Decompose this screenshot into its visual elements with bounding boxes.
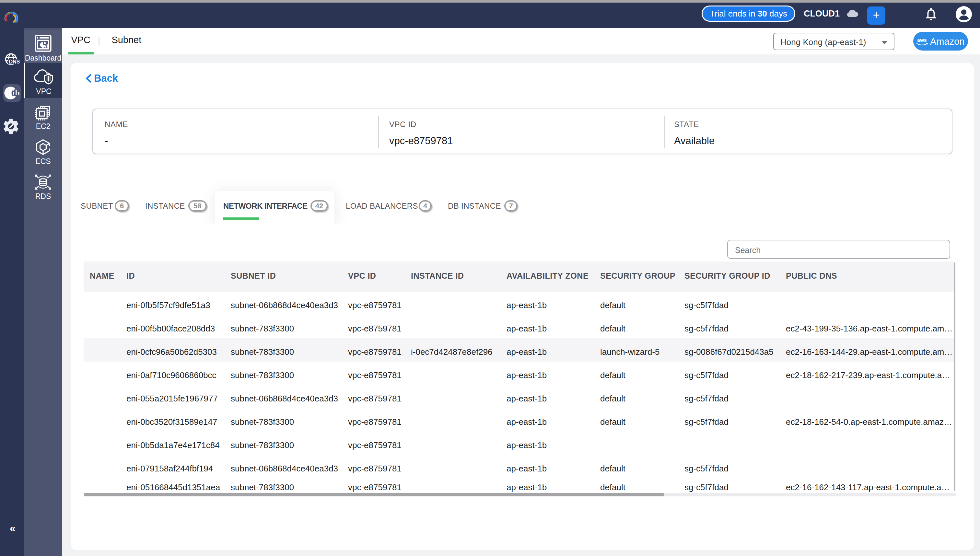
- svg-text:aws: aws: [917, 37, 927, 43]
- svg-text:DNS: DNS: [9, 59, 20, 65]
